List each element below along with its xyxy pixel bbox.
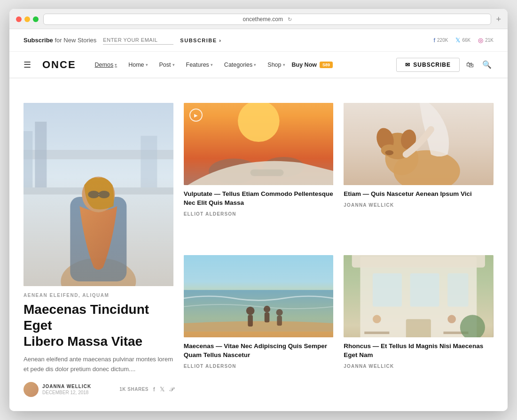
post-title-2[interactable]: Etiam — Quis Nascetur Aenean Ipsum Vici bbox=[344, 190, 494, 199]
coffee-image-visual bbox=[344, 255, 494, 337]
close-button[interactable] bbox=[16, 16, 22, 22]
post-title-1[interactable]: Vulputate — Tellus Etiam Commodo Pellent… bbox=[184, 190, 334, 208]
svg-point-24 bbox=[385, 150, 394, 156]
post-title-4[interactable]: Rhoncus — Et Tellus Id Magnis Nisi Maece… bbox=[344, 342, 494, 360]
new-tab-button[interactable]: + bbox=[496, 15, 501, 24]
top-bar: Subscribe for New Stories SUBSCRIBE f 22… bbox=[9, 29, 508, 52]
nav-label-home: Home bbox=[128, 62, 144, 68]
nav-label-features: Features bbox=[186, 62, 209, 68]
cart-icon[interactable]: 🛍 bbox=[464, 59, 476, 71]
twitter-link[interactable]: 𝕏 66K bbox=[455, 37, 470, 44]
svg-rect-4 bbox=[35, 122, 47, 187]
author-info: JOANNA WELLICK DECEMBER 12, 2018 bbox=[24, 382, 91, 397]
post-author-1: ELLIOT ALDERSON bbox=[184, 211, 334, 217]
hamburger-menu[interactable]: ☰ bbox=[24, 60, 31, 70]
facebook-count: 220K bbox=[437, 38, 448, 43]
buy-now-badge: S89 bbox=[320, 62, 333, 68]
dog-image-visual bbox=[344, 103, 494, 185]
nav-right: ✉ SUBSCRIBE 🛍 🔍 bbox=[396, 58, 494, 72]
nav-item-post[interactable]: Post ▾ bbox=[155, 59, 180, 71]
svg-rect-2 bbox=[24, 187, 173, 194]
post-card-2: Etiam — Quis Nascetur Aenean Ipsum Vici … bbox=[344, 103, 494, 245]
featured-image-visual bbox=[24, 103, 173, 286]
post-card-3: Maecenas — Vitae Nec Adipiscing Quis Sem… bbox=[184, 255, 334, 397]
featured-category: AENEAN ELEIFEND, ALIQUAM bbox=[24, 293, 173, 298]
post-image-1[interactable]: ▶ bbox=[184, 103, 334, 185]
facebook-share-icon[interactable]: f bbox=[153, 386, 155, 393]
post-card-4: Rhoncus — Et Tellus Id Magnis Nisi Maece… bbox=[344, 255, 494, 397]
post-image-2[interactable] bbox=[344, 103, 494, 185]
nav-item-features[interactable]: Features ▾ bbox=[181, 59, 218, 71]
nav-item-demos[interactable]: Demos ▾ bbox=[90, 59, 122, 71]
svg-point-31 bbox=[276, 309, 282, 316]
share-info: 1K SHARES f 𝕏 𝒫 bbox=[119, 386, 173, 393]
svg-point-10 bbox=[98, 191, 110, 198]
nav-label-demos: Demos bbox=[95, 62, 114, 68]
browser-window: oncetheme.com ↻ + Subscribe for New Stor… bbox=[9, 9, 508, 411]
instagram-icon: ◎ bbox=[478, 37, 483, 44]
nav-item-shop[interactable]: Shop ▾ bbox=[263, 59, 290, 71]
airplane-svg bbox=[184, 103, 334, 185]
twitter-icon: 𝕏 bbox=[455, 37, 460, 44]
facebook-link[interactable]: f 220K bbox=[433, 37, 448, 44]
posts-grid: AENEAN ELEIFEND, ALIQUAM Maecenas Tincid… bbox=[24, 103, 494, 397]
featured-title-line2: Libero Massa Vitae bbox=[24, 334, 142, 349]
author-details: JOANNA WELLICK DECEMBER 12, 2018 bbox=[42, 384, 91, 395]
maximize-button[interactable] bbox=[33, 16, 39, 22]
buy-now-button[interactable]: Buy Now S89 bbox=[292, 62, 333, 68]
content-area: AENEAN ELEIFEND, ALIQUAM Maecenas Tincid… bbox=[9, 89, 508, 411]
beach-image-visual bbox=[184, 255, 334, 337]
chevron-down-icon: ▾ bbox=[115, 62, 117, 67]
post-title-3[interactable]: Maecenas — Vitae Nec Adipiscing Quis Sem… bbox=[184, 342, 334, 360]
featured-meta: JOANNA WELLICK DECEMBER 12, 2018 1K SHAR… bbox=[24, 382, 173, 397]
svg-rect-35 bbox=[352, 255, 485, 267]
svg-rect-3 bbox=[24, 131, 32, 187]
nav-item-categories[interactable]: Categories ▾ bbox=[219, 59, 261, 71]
facebook-icon: f bbox=[433, 37, 435, 44]
minimize-button[interactable] bbox=[24, 16, 30, 22]
featured-title[interactable]: Maecenas Tincidunt Eget Libero Massa Vit… bbox=[24, 302, 173, 349]
featured-title-line1: Maecenas Tincidunt Eget bbox=[24, 302, 149, 333]
featured-image-svg bbox=[24, 103, 173, 286]
post-image-3[interactable] bbox=[184, 255, 334, 337]
featured-post-image[interactable] bbox=[24, 103, 173, 286]
refresh-icon[interactable]: ↻ bbox=[288, 16, 292, 23]
subscribe-text: Subscribe for New Stories bbox=[24, 37, 96, 44]
svg-rect-36 bbox=[373, 273, 402, 307]
coffee-svg bbox=[344, 255, 494, 337]
twitter-share-icon[interactable]: 𝕏 bbox=[160, 386, 164, 393]
subscribe-top-button[interactable]: SUBSCRIBE bbox=[180, 38, 221, 43]
author-name[interactable]: JOANNA WELLICK bbox=[42, 384, 91, 389]
subscribe-bold: Subscribe bbox=[24, 37, 53, 44]
browser-chrome: oncetheme.com ↻ + bbox=[9, 9, 508, 29]
svg-rect-16 bbox=[250, 170, 283, 176]
author-avatar bbox=[24, 382, 39, 397]
share-count: 1K SHARES bbox=[119, 387, 149, 392]
featured-excerpt: Aenean eleifend ante maecenas pulvinar m… bbox=[24, 355, 173, 374]
search-icon[interactable]: 🔍 bbox=[480, 58, 494, 71]
site-logo[interactable]: ONCE bbox=[42, 59, 76, 71]
subscribe-nav-button[interactable]: ✉ SUBSCRIBE bbox=[396, 58, 460, 72]
nav-label-categories: Categories bbox=[224, 62, 252, 68]
post-card-1: ▶ Vulputate — Tellus Etiam Commodo Pelle… bbox=[184, 103, 334, 245]
subscribe-section: Subscribe for New Stories SUBSCRIBE bbox=[24, 36, 221, 45]
chevron-down-icon: ▾ bbox=[254, 62, 256, 67]
nav-label-shop: Shop bbox=[267, 62, 281, 68]
airplane-image-visual bbox=[184, 103, 334, 185]
svg-rect-5 bbox=[141, 136, 157, 187]
email-input[interactable] bbox=[103, 36, 173, 45]
pinterest-share-icon[interactable]: 𝒫 bbox=[169, 386, 173, 393]
traffic-lights bbox=[16, 16, 39, 22]
mail-icon: ✉ bbox=[405, 62, 410, 68]
instagram-link[interactable]: ◎ 21K bbox=[478, 37, 494, 44]
svg-rect-38 bbox=[448, 273, 469, 307]
play-overlay-icon[interactable]: ▶ bbox=[189, 109, 203, 122]
svg-rect-30 bbox=[264, 312, 269, 322]
chevron-down-icon: ▾ bbox=[172, 62, 175, 67]
url-bar[interactable]: oncetheme.com ↻ bbox=[43, 14, 491, 25]
post-image-4[interactable] bbox=[344, 255, 494, 337]
svg-point-46 bbox=[448, 315, 456, 323]
nav-item-home[interactable]: Home ▾ bbox=[124, 59, 152, 71]
chevron-down-icon: ▾ bbox=[146, 62, 148, 67]
post-author-3: ELLIOT ALDERSON bbox=[184, 364, 334, 369]
